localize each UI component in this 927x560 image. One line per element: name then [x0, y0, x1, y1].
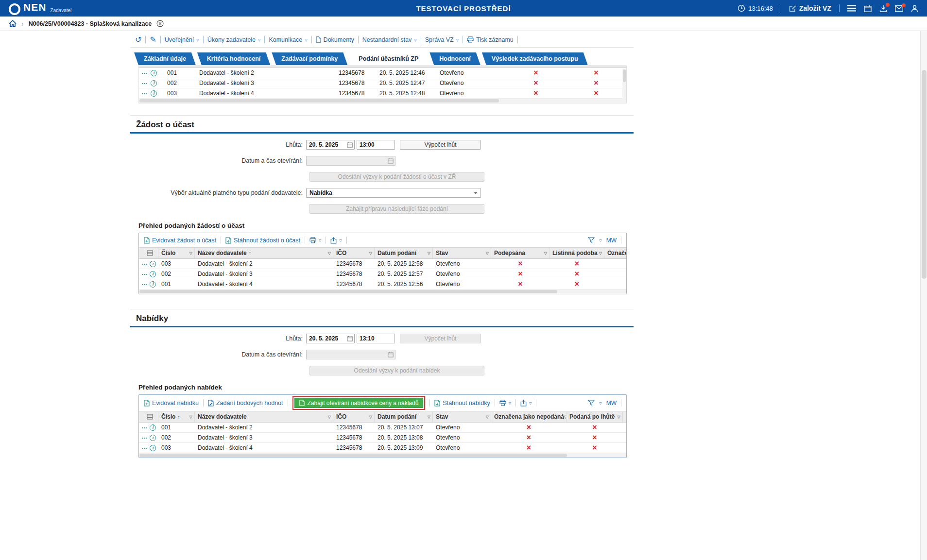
- menu-tisk-zaznamu[interactable]: Tisk záznamu: [467, 36, 514, 43]
- filter-icon[interactable]: ▽: [599, 251, 604, 255]
- menu-sprava-vz[interactable]: Správa VZ▽: [425, 36, 459, 43]
- menu-dokumenty[interactable]: Dokumenty: [316, 36, 354, 43]
- row-actions-icon[interactable]: •••: [142, 282, 147, 287]
- dropdown-icon[interactable]: ▽: [599, 239, 601, 243]
- breadcrumb-record[interactable]: N006/25/V00004823 - Splašková kanalizace: [29, 20, 152, 27]
- opening-datetime-input[interactable]: [306, 350, 395, 359]
- filter-icon[interactable]: ▽: [486, 415, 491, 419]
- tab-hodnoceni[interactable]: Hodnocení: [429, 52, 481, 65]
- page-scrollbar[interactable]: [920, 17, 927, 560]
- table-row[interactable]: •••i 002 Dodavatel - školení 3 12345678 …: [139, 78, 626, 88]
- filter-icon[interactable]: ▽: [369, 415, 374, 419]
- row-actions-icon[interactable]: •••: [142, 272, 147, 276]
- info-icon[interactable]: i: [151, 90, 157, 97]
- column-stav[interactable]: Stav▽: [433, 248, 491, 258]
- column-ico[interactable]: IČO▽: [333, 248, 375, 258]
- table-row[interactable]: •••i 001 Dodavatel - školení 4 12345678 …: [139, 279, 626, 289]
- print-grid-button[interactable]: ▽: [499, 400, 511, 406]
- info-icon[interactable]: i: [150, 271, 156, 277]
- info-icon[interactable]: i: [150, 261, 156, 267]
- table-row[interactable]: •••i 002 Dodavatel - školení 3 12345678 …: [139, 269, 626, 279]
- downloads-button[interactable]: [879, 5, 887, 12]
- horizontal-scrollbar[interactable]: [139, 289, 626, 294]
- table-row[interactable]: •••i 003 Dodavatel - školení 2 12345678 …: [139, 259, 626, 269]
- menu-uverejneni[interactable]: Uveřejnění▽: [165, 36, 199, 43]
- column-nazev-dodavatele[interactable]: Název dodavatele↑▽: [195, 248, 333, 258]
- deadline-date-input[interactable]: [306, 140, 355, 150]
- tab-podani-ucastniku[interactable]: Podání účastníků ZP: [349, 52, 428, 65]
- stahnout-nabidky-button[interactable]: Stáhnout nabídky: [434, 400, 490, 407]
- filter-icon[interactable]: ▽: [189, 251, 194, 255]
- row-actions-icon[interactable]: •••: [142, 81, 147, 85]
- column-oznacena-nepodana[interactable]: Označena jako nepodaná▽: [491, 411, 566, 422]
- column-cislo[interactable]: Číslo↑▽: [158, 411, 195, 422]
- deadline-date-input[interactable]: [306, 334, 355, 343]
- export-grid-button[interactable]: ▽: [520, 400, 532, 407]
- typ-podani-select[interactable]: Nabídka: [306, 188, 481, 198]
- table-row[interactable]: •••i 001 Dodavatel - školení 2 12345678 …: [139, 68, 626, 78]
- info-icon[interactable]: i: [151, 70, 157, 76]
- odeslani-vyzvy-button[interactable]: Odeslání výzvy k podání žádosti o účast …: [309, 172, 484, 182]
- column-cislo[interactable]: Číslo▽: [158, 248, 195, 258]
- deadline-date-field[interactable]: [306, 140, 355, 150]
- stahnout-zadosti-button[interactable]: Stáhnout žádosti o účast: [225, 237, 300, 244]
- export-grid-button[interactable]: ▽: [330, 237, 342, 244]
- opening-datetime-field[interactable]: [306, 156, 395, 166]
- info-icon[interactable]: i: [150, 435, 156, 441]
- column-oznacena[interactable]: Označena jako nepodaná: [604, 248, 626, 258]
- calendar-button[interactable]: [864, 5, 872, 12]
- close-record-button[interactable]: [156, 20, 164, 27]
- filter-button[interactable]: [588, 237, 595, 243]
- filter-icon[interactable]: ▽: [486, 251, 491, 255]
- tab-zadavaci-podminky[interactable]: Zadávací podmínky: [272, 52, 347, 65]
- table-row[interactable]: •••i 003 Dodavatel - školení 4 12345678 …: [139, 443, 626, 453]
- column-listinna-podoba[interactable]: Listinná podoba▽: [549, 248, 604, 258]
- table-row[interactable]: •••i 003 Dodavatel - školení 4 12345678 …: [139, 88, 626, 99]
- menu-button[interactable]: [847, 5, 856, 12]
- tab-zakladni-udaje[interactable]: Základní údaje: [134, 52, 196, 65]
- row-actions-icon[interactable]: •••: [142, 91, 147, 96]
- column-stav[interactable]: Stav▽: [433, 411, 491, 422]
- deadline-date-field[interactable]: [306, 334, 355, 343]
- menu-nestandardni-stav[interactable]: Nestandardní stav▽: [362, 36, 417, 43]
- edit-record-icon[interactable]: ✎: [150, 36, 156, 44]
- evidovat-zadost-button[interactable]: Evidovat žádost o účast: [144, 237, 216, 244]
- column-settings-icon[interactable]: [147, 250, 153, 256]
- info-icon[interactable]: i: [151, 80, 157, 86]
- scrollbar-thumb[interactable]: [623, 69, 626, 82]
- menu-ukony-zadavatele[interactable]: Úkony zadavatele▽: [207, 36, 261, 43]
- vertical-scrollbar[interactable]: [622, 68, 626, 99]
- home-button[interactable]: [9, 20, 17, 27]
- column-settings-icon[interactable]: [147, 414, 153, 420]
- row-actions-icon[interactable]: •••: [142, 425, 147, 430]
- info-icon[interactable]: i: [150, 424, 156, 431]
- column-podana-po-lhute[interactable]: Podaná po lhůtě▽: [566, 411, 623, 422]
- filter-icon[interactable]: ▽: [428, 251, 432, 255]
- mw-toggle[interactable]: MW: [606, 400, 617, 407]
- column-nazev-dodavatele[interactable]: Název dodavatele▽: [195, 411, 333, 422]
- zahajit-oteviani-button[interactable]: Zahájit otevírání nabídkové ceny a nákla…: [294, 398, 424, 408]
- row-actions-icon[interactable]: •••: [142, 71, 147, 75]
- info-icon[interactable]: i: [150, 445, 156, 451]
- row-actions-icon[interactable]: •••: [142, 446, 147, 450]
- messages-button[interactable]: [895, 5, 903, 12]
- column-datum-podani[interactable]: Datum podání▽: [375, 411, 433, 422]
- zalozit-vz-button[interactable]: Založit VZ: [789, 4, 831, 12]
- history-back-icon[interactable]: ↺: [135, 36, 141, 44]
- vypocet-lhut-button[interactable]: Výpočet lhůt: [400, 334, 481, 343]
- dropdown-icon[interactable]: ▽: [599, 402, 601, 406]
- print-grid-button[interactable]: ▽: [309, 237, 321, 243]
- mw-toggle[interactable]: MW: [606, 237, 617, 244]
- filter-button[interactable]: [588, 400, 595, 406]
- scrollbar-thumb[interactable]: [139, 290, 557, 293]
- zadani-bodovych-hodnot-button[interactable]: Zadání bodových hodnot: [208, 400, 283, 407]
- opening-datetime-field[interactable]: [306, 350, 395, 359]
- horizontal-scrollbar[interactable]: [139, 453, 626, 458]
- filter-icon[interactable]: ▽: [328, 251, 333, 255]
- vypocet-lhut-button[interactable]: Výpočet lhůt: [400, 140, 481, 150]
- filter-icon[interactable]: ▽: [189, 415, 194, 419]
- user-button[interactable]: [911, 5, 918, 12]
- row-actions-icon[interactable]: •••: [142, 436, 147, 440]
- scrollbar-thumb[interactable]: [139, 454, 567, 457]
- column-ico[interactable]: IČO▽: [333, 411, 375, 422]
